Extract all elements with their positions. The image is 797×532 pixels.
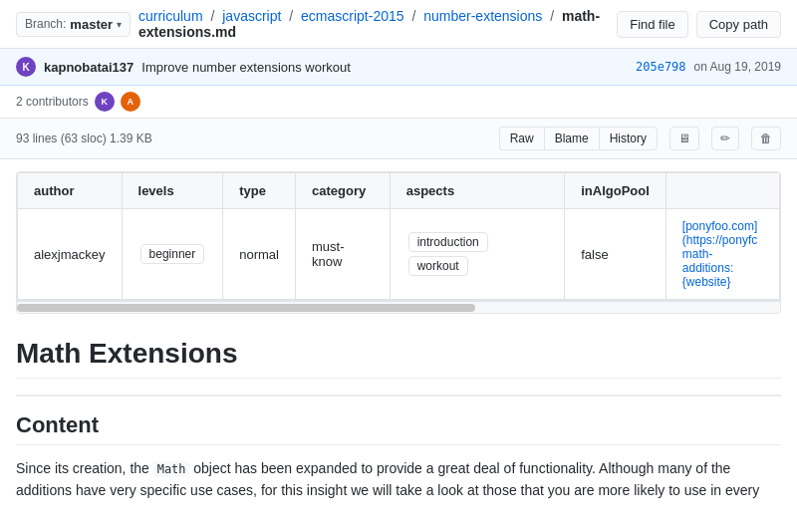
aspect-pill-introduction: introduction: [408, 232, 488, 252]
horizontal-scrollbar[interactable]: [17, 301, 780, 313]
content-text-before-code: Since its creation, the: [16, 460, 149, 476]
col-header-levels: levels: [122, 173, 223, 209]
col-header-aspects: aspects: [390, 173, 565, 209]
commit-date: on Aug 19, 2019: [694, 60, 781, 74]
commit-meta: 205e798 on Aug 19, 2019: [636, 60, 781, 74]
col-header-extra: [665, 173, 779, 209]
cell-category: must-know: [296, 209, 391, 300]
scroll-thumb: [17, 304, 475, 312]
markdown-content-heading: Content: [16, 412, 781, 445]
col-header-type: type: [223, 173, 296, 209]
breadcrumb-link-ecmascript[interactable]: ecmascript-2015: [301, 8, 404, 24]
metadata-table: author levels type category aspects inAl…: [17, 172, 780, 300]
branch-name: master: [70, 17, 113, 32]
cell-inAlgoPool: false: [565, 209, 666, 300]
section-divider: [16, 395, 781, 397]
contributors-row: 2 contributors K A: [0, 86, 797, 119]
branch-label: Branch:: [25, 17, 66, 31]
edit-icon-button[interactable]: ✏: [711, 127, 739, 150]
col-header-category: category: [296, 173, 391, 209]
blame-button[interactable]: Blame: [544, 127, 599, 150]
markdown-title: Math Extensions: [16, 338, 781, 379]
chevron-down-icon: ▾: [117, 19, 122, 30]
file-stats: 93 lines (63 sloc) 1.39 KB: [16, 132, 491, 145]
contributor-avatar-1: K: [95, 92, 115, 112]
cell-levels: beginner: [122, 209, 223, 300]
commit-message: Improve number extensions workout: [141, 60, 351, 75]
markdown-content-paragraph: Since its creation, the Math object has …: [16, 457, 781, 502]
history-button[interactable]: History: [599, 127, 658, 150]
file-content: author levels type category aspects inAl…: [16, 171, 781, 314]
contributors-label: 2 contributors: [16, 95, 89, 109]
cell-extra: [ponyfoo.com] (https://ponyfc math-addit…: [665, 209, 779, 300]
file-actions: Raw Blame History: [499, 127, 658, 150]
find-file-button[interactable]: Find file: [617, 11, 688, 38]
commit-row: K kapnobatai137 Improve number extension…: [0, 49, 797, 86]
table-wrapper: author levels type category aspects inAl…: [17, 172, 780, 301]
breadcrumb: curriculum / javascript / ecmascript-201…: [138, 8, 609, 40]
breadcrumb-link-javascript[interactable]: javascript: [222, 8, 281, 24]
breadcrumb-link-curriculum[interactable]: curriculum: [138, 8, 203, 24]
cell-aspects: introduction workout: [390, 209, 565, 300]
cell-author: alexjmackey: [18, 209, 123, 300]
table-row: alexjmackey beginner normal must-know in…: [18, 209, 780, 300]
markdown-body: Math Extensions Content Since its creati…: [0, 314, 797, 526]
desktop-icon-button[interactable]: 🖥: [669, 127, 699, 150]
level-pill-beginner: beginner: [140, 244, 205, 264]
contributor-avatar-2: A: [121, 92, 140, 112]
avatar: K: [16, 57, 36, 77]
copy-path-button[interactable]: Copy path: [696, 11, 781, 38]
col-header-author: author: [18, 173, 123, 209]
branch-selector[interactable]: Branch: master ▾: [16, 12, 131, 37]
math-code: Math: [153, 461, 190, 477]
col-header-inAlgoPool: inAlgoPool: [565, 173, 666, 209]
commit-sha[interactable]: 205e798: [636, 60, 686, 74]
top-actions: Find file Copy path: [617, 11, 781, 38]
cell-type: normal: [223, 209, 296, 300]
aspect-pill-workout: workout: [408, 256, 468, 276]
file-info-bar: 93 lines (63 sloc) 1.39 KB Raw Blame His…: [0, 119, 797, 159]
commit-author[interactable]: kapnobatai137: [44, 60, 133, 75]
raw-button[interactable]: Raw: [499, 127, 544, 150]
delete-icon-button[interactable]: 🗑: [751, 127, 781, 150]
top-bar: Branch: master ▾ curriculum / javascript…: [0, 0, 797, 49]
breadcrumb-link-number-extensions[interactable]: number-extensions: [423, 8, 542, 24]
